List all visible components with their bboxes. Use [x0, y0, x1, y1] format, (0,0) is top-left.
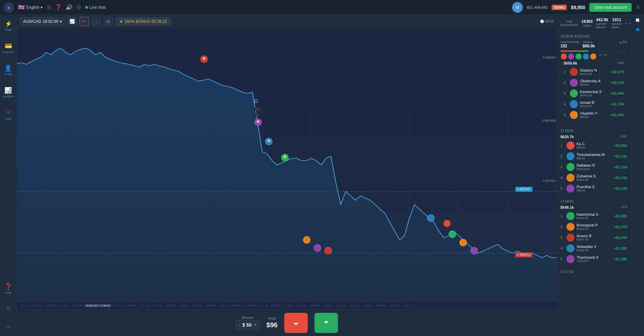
- settings-icon[interactable]: ⚙: [77, 4, 81, 10]
- star-icon: ★: [119, 19, 123, 24]
- amount-plus-button[interactable]: +: [253, 322, 256, 328]
- indicators-button[interactable]: ⊟: [104, 17, 113, 26]
- profit-section: Profit $96: [266, 317, 278, 329]
- trade-icon: ⚡: [5, 20, 12, 28]
- lb-name-1: Glazkov N: [580, 68, 608, 72]
- lb-avatar-17-59-4: [566, 174, 575, 182]
- lb-avatar-2: [570, 79, 578, 87]
- lb-avatar-17-58-3: [566, 234, 575, 242]
- profit-label: Profit: [268, 317, 276, 321]
- time-tick: 18:01:00: [335, 304, 348, 307]
- lb-info-17-58-4: Sebastião V Brent Oil: [577, 245, 612, 252]
- progress-bar: [560, 50, 589, 52]
- lb-profit-1: +$2,175: [610, 70, 624, 74]
- amount-minus-button[interactable]: -: [239, 322, 240, 328]
- sidebar-item-trade[interactable]: ⚡ Trade: [3, 18, 13, 34]
- sidebar-item-finances[interactable]: 💳 Finances: [1, 40, 16, 56]
- lb-info-3: Kasemchai S Brent Oil: [580, 90, 608, 97]
- open-real-account-button[interactable]: Open real account: [589, 3, 632, 12]
- lb-avatar-4: [570, 100, 578, 108]
- volume-label: opened volume: [596, 22, 608, 29]
- social-icon: 👥: [636, 27, 639, 31]
- lb-item-18-02-3: 3 Kasemchai S Brent Oil +$1,849: [564, 88, 624, 99]
- chart-avatar-2: [254, 119, 262, 126]
- lb-info-17-59-3: Nattakan R Ethereum: [577, 163, 612, 171]
- tournament-17-57-time: 17:57:00: [560, 270, 574, 274]
- opened-deals-label: Opened deals: [560, 40, 579, 44]
- svg-point-24: [304, 237, 310, 243]
- time-tick: 18:02:00: [387, 304, 400, 307]
- mini-avatar-1: [560, 53, 567, 60]
- close-button[interactable]: ✕: [636, 4, 641, 11]
- opened-deals-stat: Opened deals 152: [560, 40, 579, 48]
- svg-point-25: [314, 245, 320, 251]
- trade-down-button[interactable]: [284, 313, 308, 333]
- analytics-icon: 📊: [4, 87, 12, 94]
- lb-info-1: Glazkov N Brent Oil: [580, 68, 608, 76]
- lb-info-17-59-4: Zubareva S Brent Oil: [577, 174, 612, 181]
- chart-avatar-9: [443, 220, 451, 227]
- trade-up-button[interactable]: [314, 313, 338, 333]
- lb-profit-17-59-3: +$1,316: [614, 165, 627, 169]
- lb-item-17-59-2: 2 Tinsulaananda M Bitcoin +$2,231: [560, 151, 627, 162]
- mini-avatar-3: [575, 53, 582, 60]
- lb-info-5: Ulyashin Y Bitcoin: [580, 111, 608, 119]
- lb-name-4: Ismael B: [580, 100, 608, 104]
- sidebar-item-apps[interactable]: ⊞ Apps: [3, 107, 13, 122]
- lb-volume-17-58: $548.1k: [560, 205, 574, 209]
- lb-rank-4: 4: [564, 102, 568, 106]
- livechat-label: Live chat: [89, 5, 105, 10]
- sidebar-item-profile[interactable]: 👤 Profile: [3, 62, 14, 78]
- panel-minus-btn[interactable]: −: [625, 20, 628, 26]
- lb-header-17-58: $548.1k 1376: [560, 205, 627, 209]
- info-icon[interactable]: ❓: [55, 4, 62, 10]
- time-tick: 17:55:45: [71, 304, 84, 307]
- lb-name-17-59-4: Zubareva S: [577, 174, 612, 178]
- sidebar-label-finances: Finances: [2, 50, 14, 54]
- far-sidebar-trends[interactable]: 📈: [636, 18, 639, 22]
- lb-avatar-17-59-3: [566, 163, 575, 171]
- price-label-1: 0.998000: [541, 55, 557, 59]
- trends-icon: 📈: [636, 18, 639, 22]
- sidebar-label-help: Help: [5, 291, 11, 294]
- lb-asset-17-59-1: Bitcoin: [577, 146, 612, 149]
- panel-header: Total ExpertOption 16383 online 442.9k o…: [557, 15, 631, 32]
- opened-deals-value: 152: [560, 44, 579, 48]
- lb-item-18-02-4: 4 Ismael B Brent Oil +$1,749: [564, 99, 624, 110]
- lb-asset-17-59-5: Bitcoin: [577, 189, 612, 192]
- time-tick: 17:59:15: [269, 304, 282, 307]
- lb-asset-17-58-4: Brent Oil: [577, 249, 612, 252]
- lb-rank-17-58-1: 1: [560, 214, 564, 218]
- lb-rank-2: 2: [564, 81, 568, 85]
- finances-icon: 💳: [5, 42, 12, 50]
- lb-name-17-59-2: Tinsulaananda M: [577, 153, 612, 157]
- sidebar-item-analytics[interactable]: 📊 Analytics: [1, 85, 15, 100]
- time-tick: 17:59:00: [256, 304, 269, 307]
- grid-icon[interactable]: ⊞: [47, 4, 51, 10]
- draw-button[interactable]: ✏: [80, 17, 89, 26]
- lb-rank-17-59-4: 4: [560, 176, 564, 180]
- language-selector[interactable]: 🇬🇧 English ▾: [18, 4, 43, 10]
- far-sidebar-social[interactable]: 👥: [636, 27, 639, 31]
- lb-asset-17-59-3: Ethereum: [577, 167, 612, 171]
- lb-asset-3: Brent Oil: [580, 94, 608, 97]
- lb-item-17-58-1: 1 Kasemchai S Brent Oil +$2,585: [560, 211, 627, 221]
- time-tick: 18:01:30: [361, 304, 374, 307]
- sound-icon[interactable]: 🔊: [66, 4, 72, 10]
- livechat-button[interactable]: Live chat: [85, 5, 105, 10]
- chart-type-button[interactable]: 📈: [67, 17, 77, 26]
- lb-avatar-17-59-1: [566, 141, 575, 150]
- pair-selector[interactable]: AUD/CAD 18:02:00 ▾: [20, 17, 65, 26]
- scale-button[interactable]: ↕: [92, 17, 101, 26]
- participant-count-change: ▲ 3%: [599, 53, 607, 60]
- sidebar-item-settings[interactable]: ⚙: [4, 303, 12, 314]
- chart-canvas[interactable]: 0.998000 0.997500 0.997000 0.997847 0.99…: [17, 28, 557, 302]
- lb-item-17-59-4: 4 Zubareva S Brent Oil +$1,015: [560, 172, 627, 183]
- lb-name-17-58-5: Thammanit S: [577, 255, 612, 259]
- sidebar-item-help[interactable]: ❓ Help: [3, 281, 13, 296]
- lb-asset-5: Bitcoin: [580, 115, 608, 119]
- time-tick: 17:56:30: [125, 304, 138, 307]
- sidebar-item-logout[interactable]: ↪: [4, 321, 12, 333]
- lb-info-17-59-2: Tinsulaananda M Bitcoin: [577, 153, 612, 160]
- bonus-button[interactable]: ★ 100% BONUS 00:35:22: [116, 17, 171, 26]
